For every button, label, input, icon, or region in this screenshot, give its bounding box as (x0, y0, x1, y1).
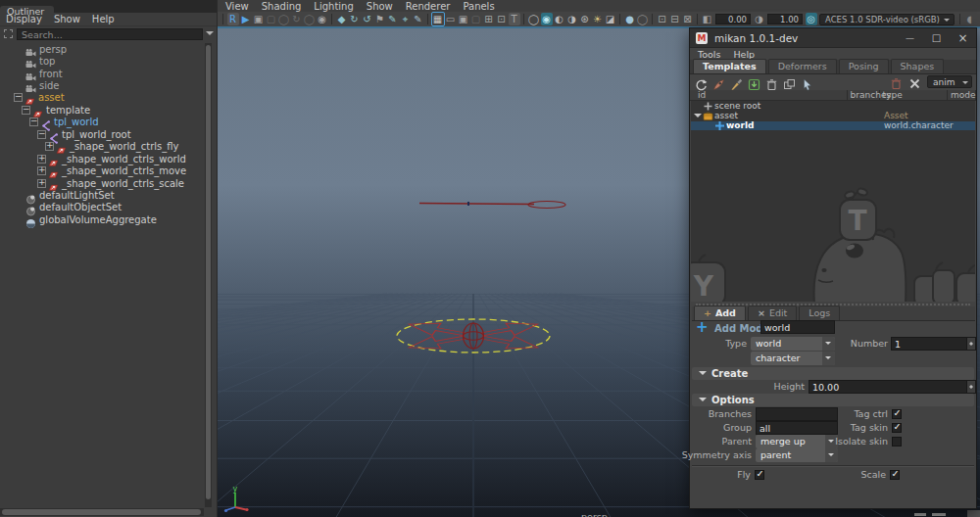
outliner-item-_shape_world_ctrls_world[interactable]: _shape_world_ctrls_world (0, 153, 203, 164)
horizontal-scrollbar[interactable] (0, 508, 204, 516)
color-management-icon[interactable]: ◎ (806, 13, 817, 25)
outliner-item-defaultObjectSet[interactable]: defaultObjectSet (0, 202, 203, 213)
gamma-field[interactable]: 1.00 (767, 14, 803, 24)
collapse-icon[interactable] (22, 106, 30, 115)
shadows-icon[interactable]: ◪ (605, 13, 616, 25)
vertical-scrollbar[interactable] (205, 43, 212, 507)
fly-checkbox[interactable] (755, 470, 764, 480)
collapse-icon[interactable] (37, 130, 46, 139)
brush-icon[interactable] (730, 76, 743, 89)
disabled-icon[interactable]: ↻ (291, 13, 303, 25)
search-input[interactable] (17, 28, 203, 40)
pivot-icon[interactable]: ⌖ (400, 13, 412, 25)
xray-icon[interactable]: ⊟ (669, 13, 681, 25)
refresh-icon[interactable] (695, 76, 708, 89)
mikan-menu-help[interactable]: Help (733, 49, 755, 60)
pencil-icon[interactable]: ✎ (413, 13, 424, 25)
tab-shapes[interactable]: Shapes (891, 59, 945, 73)
mikan-menu-tools[interactable]: Tools (698, 49, 720, 60)
resolution-gate-icon[interactable]: ▣ (458, 13, 469, 25)
outliner-item-tpl_world[interactable]: tpl_world (0, 117, 203, 128)
exposure-icon[interactable]: ◧ (702, 13, 713, 25)
close-button[interactable] (950, 31, 976, 45)
safe-action-icon[interactable]: ⊡ (496, 13, 508, 25)
render-icon[interactable]: R (227, 13, 239, 25)
outliner-menu-help[interactable]: Help (92, 14, 115, 24)
outliner-item-side[interactable]: side (0, 79, 203, 91)
textured-icon[interactable]: ◐ (554, 13, 565, 25)
outliner-item-top[interactable]: top (0, 55, 203, 67)
trashRed-icon[interactable] (890, 75, 903, 88)
panel-tab-edit[interactable]: Edit (748, 306, 797, 320)
isolate-select-icon[interactable]: ⊡ (657, 13, 668, 25)
motion-blur-icon[interactable]: ◯ (637, 13, 649, 25)
outliner-item-_shape_world_ctrls_scale[interactable]: _shape_world_ctrls_scale (0, 177, 203, 189)
grid-toggle-icon[interactable]: ▦ (432, 13, 444, 25)
outliner-item-_shape_world_ctrls_move[interactable]: _shape_world_ctrls_move (0, 164, 203, 176)
number-spinner[interactable] (967, 337, 976, 351)
xmark-icon[interactable] (908, 75, 921, 88)
outliner-menu-show[interactable]: Show (54, 14, 80, 24)
wireframe-icon[interactable]: ◯ (528, 13, 540, 25)
disabled-icon[interactable]: ◯ (278, 13, 290, 25)
scale-checkbox[interactable] (890, 470, 900, 480)
clipped-icon[interactable]: ◖ (964, 13, 976, 25)
trash-icon[interactable] (765, 76, 778, 89)
tree-row-world[interactable]: worldworld.character (691, 121, 975, 131)
symmetry-axis-dropdown[interactable]: parent (756, 448, 838, 462)
outliner-item-front[interactable]: front (0, 68, 203, 79)
clone-icon[interactable] (783, 76, 796, 89)
wireframe-on-shaded-icon[interactable]: ◑ (566, 13, 578, 25)
lights-icon[interactable]: ☀ (592, 13, 604, 25)
tear-off-icon[interactable]: ▣ (253, 13, 265, 25)
import-icon[interactable] (748, 76, 760, 89)
viewport-menu-lighting[interactable]: Lighting (314, 1, 353, 12)
outliner-item-defaultLightSet[interactable]: defaultLightSet (0, 189, 203, 201)
isolate-skin-checkbox[interactable] (892, 437, 902, 446)
expand-icon[interactable] (37, 166, 46, 175)
mikan-titlebar[interactable]: M mikan 1.0.1-dev (690, 28, 976, 48)
filter-icon[interactable] (4, 29, 13, 38)
outliner-item-tpl_world_root[interactable]: tpl_world_root (0, 128, 203, 140)
colorspace-select[interactable]: ACES 1.0 SDR-video (sRGB) (819, 14, 955, 25)
expand-icon[interactable] (37, 155, 46, 164)
disabled-icon[interactable]: ◯ (304, 13, 316, 25)
viewport-menu-panels[interactable]: Panels (463, 1, 494, 12)
outliner-item-asset[interactable]: asset (0, 92, 203, 104)
camera-attributes-icon[interactable]: ◆ (336, 13, 348, 25)
maximize-button[interactable] (923, 32, 950, 43)
material-icon[interactable]: ⊛ (579, 13, 591, 25)
gamma-icon[interactable]: ◑ (754, 13, 765, 25)
tab-deformers[interactable]: Deformers (768, 59, 837, 73)
ambient-occlusion-icon[interactable]: ● (624, 13, 636, 25)
xray-joints-icon[interactable]: ⊠ (682, 13, 694, 25)
tag-ctrl-checkbox[interactable] (892, 409, 902, 419)
column-header-type[interactable]: type (880, 90, 948, 100)
collapse-icon[interactable] (29, 118, 38, 126)
minimize-button[interactable] (897, 33, 923, 43)
viewport-menu-show[interactable]: Show (367, 1, 393, 12)
expand-icon[interactable] (45, 142, 54, 151)
exposure-field[interactable]: 0.00 (715, 14, 751, 24)
expand-icon[interactable] (37, 179, 46, 188)
chevron-down-icon[interactable] (206, 31, 214, 39)
subtype-dropdown[interactable]: character (751, 352, 835, 365)
collapse-icon[interactable] (14, 93, 23, 102)
disabled-icon[interactable]: ▢ (266, 13, 277, 25)
panel-tab-logs[interactable]: Logs (799, 306, 840, 320)
tag-skin-checkbox[interactable] (892, 423, 902, 433)
tumble-icon[interactable]: ↻ (349, 13, 361, 25)
bookmark-icon[interactable]: ⚑ (374, 13, 386, 25)
height-spinner[interactable] (967, 380, 976, 394)
outliner-item-globalVolumeAggregate[interactable]: globalVolumeAggregate (0, 213, 203, 225)
viewport-menu-view[interactable]: View (225, 1, 249, 12)
mode-dropdown[interactable]: anim (927, 75, 972, 88)
snapshot-camera-icon[interactable]: ◉ (317, 13, 328, 25)
viewport-menu-shading[interactable]: Shading (262, 1, 302, 12)
outliner-item-_shape_world_ctrls_fly[interactable]: _shape_world_ctrls_fly (0, 141, 203, 153)
shaded-icon[interactable]: ◉ (541, 13, 553, 25)
roll-icon[interactable]: ↺ (362, 13, 373, 25)
collapse-caret-icon[interactable] (694, 114, 702, 121)
height-input[interactable] (808, 380, 967, 394)
options-section-header[interactable]: Options (692, 394, 974, 406)
